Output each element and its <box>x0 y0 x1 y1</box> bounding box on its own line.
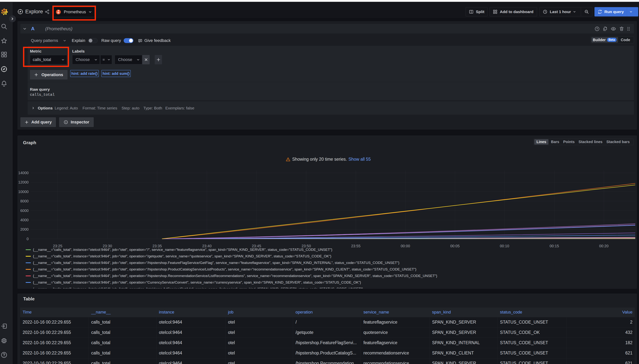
svg-text:2000: 2000 <box>20 227 29 232</box>
svg-text:0: 0 <box>26 237 28 241</box>
svg-text:14000: 14000 <box>18 171 28 175</box>
svg-text:6000: 6000 <box>20 208 29 213</box>
svg-text:10000: 10000 <box>18 190 28 194</box>
svg-text:4000: 4000 <box>20 218 29 222</box>
svg-text:8000: 8000 <box>20 199 29 203</box>
svg-text:12000: 12000 <box>18 180 28 184</box>
